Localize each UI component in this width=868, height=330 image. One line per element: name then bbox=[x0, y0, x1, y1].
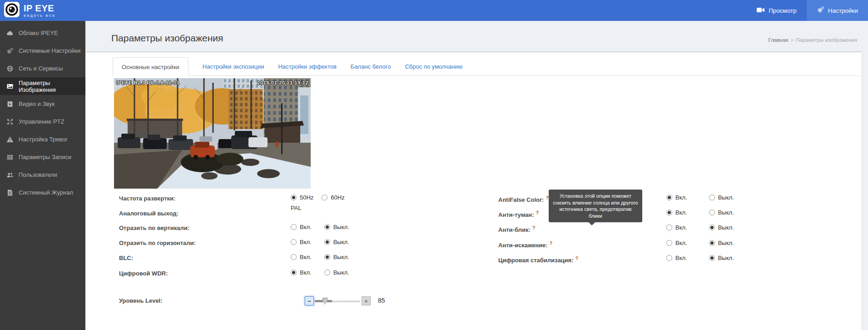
sidebar-item-network[interactable]: Сеть и Сервисы bbox=[0, 60, 85, 77]
nav-settings-button[interactable]: Настройки bbox=[807, 0, 868, 21]
tab-exposure-settings[interactable]: Настройки экспозиции bbox=[203, 63, 264, 70]
sidebar-item-cloud[interactable]: Облако IPEYE bbox=[0, 24, 85, 42]
radio-label[interactable]: Выкл. bbox=[718, 209, 734, 216]
nav-view-label: Просмотр bbox=[769, 7, 797, 14]
sidebar-item-video-audio[interactable]: Видео и Звук bbox=[0, 95, 85, 113]
navbar-actions: Просмотр Настройки bbox=[747, 0, 868, 21]
logo-text: IP EYE видеть все bbox=[24, 4, 55, 18]
radio-label[interactable]: Вкл. bbox=[300, 269, 312, 276]
row-level: Уровень Level: bbox=[85, 296, 868, 305]
level-slider: − + bbox=[305, 296, 371, 306]
ipeye-camera-settings-page: IP EYE видеть все Просмотр bbox=[0, 0, 868, 330]
radio-circle-selected[interactable] bbox=[709, 240, 715, 246]
radio-label[interactable]: Вкл. bbox=[675, 240, 687, 246]
radio-label[interactable]: Вкл. bbox=[675, 209, 687, 216]
help-question-icon[interactable]: ? bbox=[532, 225, 536, 230]
sidebar-item-ptz[interactable]: Управление PTZ bbox=[0, 113, 85, 130]
radio-on[interactable]: Вкл. bbox=[666, 240, 687, 246]
breadcrumb-home-link[interactable]: Главная bbox=[769, 37, 789, 43]
radio-circle[interactable] bbox=[709, 195, 715, 200]
nav-view-button[interactable]: Просмотр bbox=[747, 0, 807, 21]
sidebar-item-label: Параметры Изображения bbox=[19, 80, 85, 93]
radio-circle-selected[interactable] bbox=[666, 210, 672, 215]
digital-stabilization-radios: Вкл. Выкл. bbox=[666, 255, 734, 261]
radio-circle[interactable] bbox=[324, 270, 330, 275]
radio-circle[interactable] bbox=[666, 255, 672, 261]
row-antifalse-color: AntiFalse Color:? Вкл. Выкл. bbox=[85, 194, 868, 203]
sidebar-item-image-params[interactable]: Параметры Изображения bbox=[0, 77, 85, 95]
tab-reset-defaults[interactable]: Сброс по умолчанию bbox=[405, 63, 462, 70]
radio-circle[interactable] bbox=[666, 240, 672, 246]
breadcrumb-current: Параметры изображения bbox=[796, 37, 857, 43]
nav-settings-label: Настройки bbox=[828, 7, 858, 14]
radio-label[interactable]: Выкл. bbox=[718, 194, 734, 201]
level-value: 85 bbox=[378, 297, 385, 304]
osd-camera-id: IPEYE B2.3 PR-2.8-12-01 bbox=[116, 80, 179, 85]
radio-label[interactable]: Выкл. bbox=[718, 255, 734, 261]
field-label: Анти-блик:? bbox=[498, 225, 535, 233]
antifalse-color-radios: Вкл. Выкл. bbox=[666, 194, 734, 201]
camera-preview-scene bbox=[114, 78, 311, 189]
cloud-icon bbox=[6, 30, 14, 37]
radio-off[interactable]: Выкл. bbox=[709, 255, 734, 261]
radio-label[interactable]: Выкл. bbox=[718, 224, 734, 231]
osd-timestamp: 2019-01-20 13:19:12 bbox=[257, 80, 308, 85]
logo[interactable]: IP EYE видеть все bbox=[0, 2, 55, 19]
radio-off[interactable]: Выкл. bbox=[709, 240, 734, 246]
radio-circle[interactable] bbox=[666, 225, 672, 230]
radio-label[interactable]: Вкл. bbox=[675, 255, 687, 261]
radio-circle-selected[interactable] bbox=[709, 225, 715, 230]
radio-label[interactable]: Выкл. bbox=[718, 240, 734, 246]
sidebar-item-label: Управление PTZ bbox=[19, 118, 64, 125]
sidebar-item-label: Пользователи bbox=[19, 171, 57, 178]
slider-minus-button[interactable]: − bbox=[305, 296, 314, 305]
radio-on[interactable]: Вкл. bbox=[666, 209, 687, 216]
help-question-icon[interactable]: ? bbox=[550, 240, 553, 246]
slider-plus-button[interactable]: + bbox=[362, 296, 371, 305]
help-question-icon[interactable]: ? bbox=[575, 255, 579, 261]
record-grid-icon bbox=[6, 154, 14, 161]
field-label: AntiFalse Color:? bbox=[498, 195, 549, 203]
sidebar-item-record-params[interactable]: Параметры Записи bbox=[0, 148, 85, 166]
field-label: Цифровой WDR: bbox=[119, 270, 168, 277]
field-label: Уровень Level: bbox=[119, 297, 163, 304]
tab-effects-settings[interactable]: Настройки эффектов bbox=[278, 63, 336, 70]
row-digital-wdr: Цифровой WDR: Вкл. Выкл. bbox=[85, 269, 868, 278]
sidebar-item-users[interactable]: Пользователи bbox=[0, 166, 85, 184]
radio-circle-selected[interactable] bbox=[291, 270, 297, 275]
slider-thumb[interactable] bbox=[322, 298, 327, 305]
radio-on[interactable]: Вкл. bbox=[291, 269, 312, 276]
radio-off[interactable]: Выкл. bbox=[324, 269, 349, 276]
radio-off[interactable]: Выкл. bbox=[709, 194, 734, 201]
tab-white-balance[interactable]: Баланс белого bbox=[351, 63, 391, 70]
camera-preview: IPEYE B2.3 PR-2.8-12-01 2019-01-20 13:19… bbox=[114, 78, 311, 189]
radio-on[interactable]: Вкл. bbox=[666, 194, 687, 201]
anti-fog-radios: Вкл. Выкл. bbox=[666, 209, 734, 216]
radio-label[interactable]: Вкл. bbox=[675, 224, 687, 231]
radio-circle-selected[interactable] bbox=[709, 255, 715, 261]
tab-basic-settings[interactable]: Основные настройки bbox=[113, 57, 188, 76]
sidebar-item-alarms[interactable]: Настройка Тревог bbox=[0, 130, 85, 148]
radio-off[interactable]: Выкл. bbox=[709, 224, 734, 231]
help-question-icon[interactable]: ? bbox=[536, 210, 539, 215]
radio-off[interactable]: Выкл. bbox=[709, 209, 734, 216]
digital-wdr-radios: Вкл. Выкл. bbox=[291, 269, 349, 276]
logo-subtitle: видеть все bbox=[24, 13, 55, 18]
slider-track[interactable] bbox=[315, 296, 360, 305]
radio-circle[interactable] bbox=[709, 210, 715, 215]
video-camera-icon bbox=[757, 7, 765, 14]
video-file-icon bbox=[6, 100, 14, 108]
globe-icon bbox=[6, 65, 14, 72]
row-digital-stabilization: Цифровая стабилизация:? Вкл. Выкл. bbox=[85, 255, 868, 264]
sidebar-item-system-settings[interactable]: Системные Настройки bbox=[0, 42, 85, 60]
radio-label[interactable]: Выкл. bbox=[333, 269, 349, 276]
radio-on[interactable]: Вкл. bbox=[666, 255, 687, 261]
sidebar-item-label: Сеть и Сервисы bbox=[19, 65, 63, 72]
logo-title: IP EYE bbox=[24, 4, 55, 13]
radio-on[interactable]: Вкл. bbox=[666, 224, 687, 231]
sidebar-item-system-log[interactable]: Системный Журнал bbox=[0, 184, 85, 201]
radio-label[interactable]: Вкл. bbox=[675, 194, 687, 201]
tab-bar: Основные настройки Настройки экспозиции … bbox=[113, 57, 463, 76]
radio-circle-selected[interactable] bbox=[666, 195, 672, 200]
field-label: Анти-туман:? bbox=[498, 210, 539, 218]
